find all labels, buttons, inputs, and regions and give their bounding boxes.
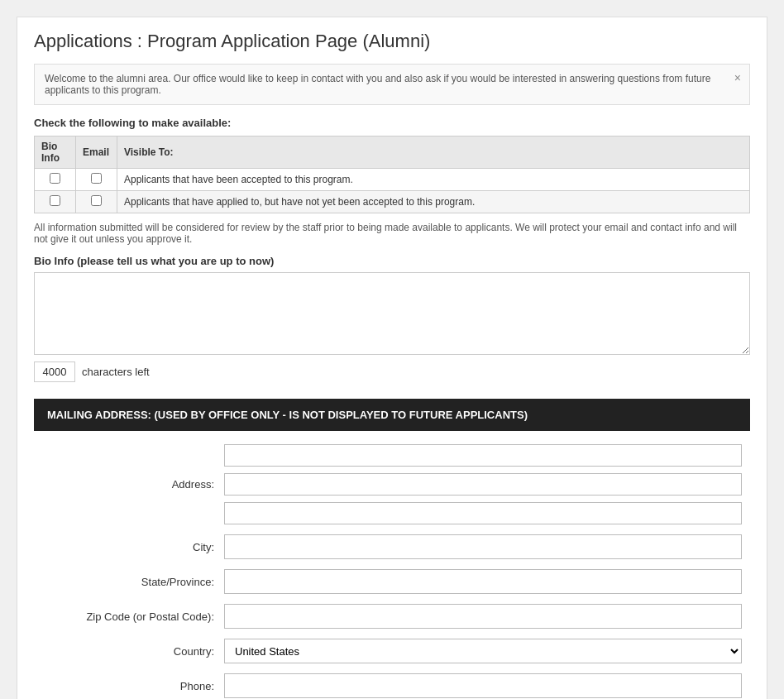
col-email: Email: [76, 136, 117, 169]
col-bio-info: Bio Info: [35, 136, 76, 169]
visible-to-row1: Applicants that have been accepted to th…: [117, 169, 750, 191]
mailing-form: Address: City: State/Province: Zip Code …: [34, 444, 750, 698]
page-title: Applications : Program Application Page …: [34, 31, 750, 52]
country-label: Country:: [42, 645, 224, 658]
address-field-1[interactable]: [224, 444, 742, 467]
city-label: City:: [42, 541, 224, 553]
bio-checkbox-row2[interactable]: [50, 195, 60, 206]
col-visible-to: Visible To:: [117, 136, 750, 169]
state-field[interactable]: [224, 569, 742, 594]
visibility-table: Bio Info Email Visible To: Applicants th…: [34, 136, 750, 213]
bio-textarea[interactable]: [34, 272, 750, 355]
country-select[interactable]: United States Canada United Kingdom Aust…: [224, 639, 742, 663]
address-row: Address:: [42, 444, 742, 524]
zip-row: Zip Code (or Postal Code):: [42, 604, 742, 629]
bio-section-label: Bio Info (please tell us what you are up…: [34, 255, 750, 267]
check-section-label: Check the following to make available:: [34, 117, 750, 129]
table-row: Applicants that have been accepted to th…: [35, 169, 750, 191]
char-count-row: 4000 characters left: [34, 361, 750, 382]
alert-close-icon[interactable]: ×: [734, 71, 741, 84]
mailing-header: MAILING ADDRESS: (USED BY OFFICE ONLY - …: [34, 399, 750, 431]
address-field-3[interactable]: [224, 502, 742, 524]
state-label: State/Province:: [42, 576, 224, 588]
city-field[interactable]: [224, 534, 742, 559]
country-row: Country: United States Canada United Kin…: [42, 639, 742, 663]
city-row: City:: [42, 534, 742, 559]
alert-message: Welcome to the alumni area. Our office w…: [45, 73, 710, 96]
bio-checkbox-row1[interactable]: [50, 173, 60, 184]
visible-to-row2: Applicants that have applied to, but hav…: [117, 191, 750, 213]
phone-label: Phone:: [42, 680, 224, 692]
address-label: Address:: [42, 478, 224, 491]
zip-label: Zip Code (or Postal Code):: [42, 610, 224, 623]
char-count-box: 4000: [34, 361, 75, 382]
address-field-2[interactable]: [224, 473, 742, 496]
alert-box: Welcome to the alumni area. Our office w…: [34, 64, 750, 105]
state-row: State/Province:: [42, 569, 742, 594]
info-text: All information submitted will be consid…: [34, 222, 750, 245]
table-row: Applicants that have applied to, but hav…: [35, 191, 750, 213]
email-checkbox-row2[interactable]: [91, 195, 102, 206]
phone-row: Phone:: [42, 673, 742, 698]
address-group: [224, 444, 742, 524]
char-count-label: characters left: [82, 366, 150, 378]
email-checkbox-row1[interactable]: [91, 173, 102, 184]
zip-field[interactable]: [224, 604, 742, 629]
page-container: Applications : Program Application Page …: [17, 17, 767, 699]
phone-field[interactable]: [224, 673, 742, 698]
